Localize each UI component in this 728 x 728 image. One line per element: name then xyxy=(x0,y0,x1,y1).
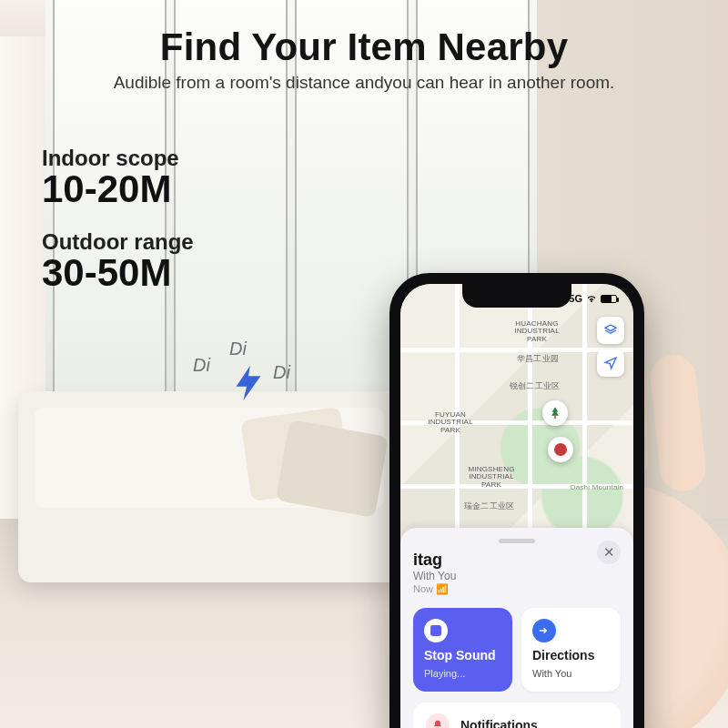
bell-icon xyxy=(426,713,450,728)
map-pin-device[interactable] xyxy=(548,437,573,462)
sound-spark-icon xyxy=(228,362,269,404)
notifications-row[interactable]: Notifications xyxy=(413,703,621,728)
stop-sound-title: Stop Sound xyxy=(424,648,501,662)
map-label-huachang-cn: 华昌工业园 xyxy=(517,355,559,363)
bottom-sheet[interactable]: ✕ itag With You Now 📶 Stop Sound Playing… xyxy=(400,528,633,728)
map-label-ruijin-cn: 瑞金二工业区 xyxy=(464,502,514,511)
stop-sound-card[interactable]: Stop Sound Playing... xyxy=(413,608,512,692)
sound-di-1: Di xyxy=(193,355,210,376)
svg-rect-0 xyxy=(554,416,555,419)
sound-di-3: Di xyxy=(273,362,290,383)
map-view[interactable]: HUACHANG INDUSTRIAL PARK 华昌工业园 锐创二工业区 FU… xyxy=(400,284,633,557)
map-label-huachang: HUACHANG INDUSTRIAL PARK xyxy=(500,320,573,343)
map-label-ruichuang-cn: 锐创二工业区 xyxy=(510,382,560,390)
device-time: Now xyxy=(413,583,433,594)
map-label-fuyuan: FUYUAN INDUSTRIAL PARK xyxy=(419,411,482,434)
phone-notch xyxy=(462,284,571,308)
page-subtitle: Audible from a room's distance andyou ca… xyxy=(0,73,728,93)
page-title: Find Your Item Nearby xyxy=(0,25,728,69)
layers-icon xyxy=(603,323,618,338)
battery-icon xyxy=(601,295,617,303)
directions-card[interactable]: Directions With You xyxy=(521,608,621,692)
directions-icon xyxy=(532,619,556,642)
svg-rect-1 xyxy=(430,625,441,636)
tree-icon xyxy=(548,406,562,420)
map-layers-button[interactable] xyxy=(597,317,624,344)
map-label-dashi: Dashi Mountain xyxy=(570,484,624,491)
device-name: itag xyxy=(413,551,621,570)
stop-sound-sub: Playing... xyxy=(424,668,501,679)
map-label-mingsheng: MINGSHENG INDUSTRIAL PARK xyxy=(455,466,528,489)
sound-di-2: Di xyxy=(229,339,247,359)
close-button[interactable]: ✕ xyxy=(597,541,621,564)
directions-sub: With You xyxy=(532,668,610,679)
sofa xyxy=(18,391,400,582)
directions-title: Directions xyxy=(532,648,610,662)
map-pin-tree[interactable] xyxy=(542,400,568,426)
notifications-label: Notifications xyxy=(460,718,538,728)
close-icon: ✕ xyxy=(603,544,615,561)
outdoor-range-value: 30-50M xyxy=(42,253,194,293)
wifi-icon xyxy=(586,293,597,304)
locate-icon xyxy=(603,356,618,370)
map-locate-button[interactable] xyxy=(597,349,624,377)
sheet-grabber[interactable] xyxy=(499,539,535,543)
stop-icon xyxy=(424,619,448,642)
phone-mockup: 5G HUACHANG INDUSTRIAL PARK 华昌工业园 锐创二工业区… xyxy=(389,273,644,728)
device-status: With You xyxy=(413,570,621,582)
indoor-scope-value: 10-20M xyxy=(42,169,194,209)
